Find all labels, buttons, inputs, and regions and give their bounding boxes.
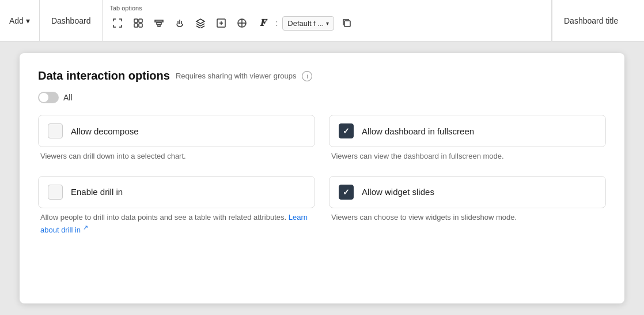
hand-icon[interactable] xyxy=(172,15,188,31)
font-dropdown-label: Default f ... xyxy=(287,19,324,28)
option-label-enable-drill-in: Enable drill in xyxy=(71,187,123,197)
option-allow-widget-slides: ✓ Allow widget slides Viewers can choose… xyxy=(329,176,606,245)
options-grid: Allow decompose Viewers can drill down i… xyxy=(38,115,606,250)
svg-rect-4 xyxy=(155,20,163,22)
svg-rect-1 xyxy=(139,19,142,22)
option-card-enable-drill-in[interactable]: Enable drill in xyxy=(38,176,315,208)
add-element-icon[interactable] xyxy=(130,15,146,31)
checkmark-fullscreen: ✓ xyxy=(343,127,350,135)
tab-options-section: Tab options xyxy=(103,0,552,41)
dashboard-tab-label: Dashboard xyxy=(51,16,91,25)
chevron-down-icon: ▾ xyxy=(326,20,329,27)
svg-rect-5 xyxy=(157,22,161,24)
svg-rect-3 xyxy=(139,24,142,27)
svg-rect-0 xyxy=(134,19,138,22)
option-allow-fullscreen: ✓ Allow dashboard in fullscreen Viewers … xyxy=(329,115,606,171)
option-enable-drill-in: Enable drill in Allow people to drill in… xyxy=(38,176,315,245)
option-label-allow-fullscreen: Allow dashboard in fullscreen xyxy=(362,126,474,136)
toolbar-icons: 𝐅 : Default f ... ▾ xyxy=(109,15,544,31)
font-dropdown[interactable]: Default f ... ▾ xyxy=(282,16,334,31)
svg-rect-8 xyxy=(344,21,350,27)
checkbox-enable-drill-in[interactable] xyxy=(48,185,63,200)
font-icon[interactable]: 𝐅 xyxy=(255,15,271,31)
info-icon[interactable]: i xyxy=(302,71,312,81)
option-desc-allow-widget-slides: Viewers can choose to view widgets in sl… xyxy=(329,212,606,223)
dashboard-title-area: Dashboard title xyxy=(552,0,644,41)
learn-about-drill-in-link[interactable]: Learn about drill in ↗ xyxy=(40,213,308,235)
add-label: Add xyxy=(9,16,24,25)
svg-rect-2 xyxy=(134,24,138,27)
data-interaction-panel: Data interaction options Requires sharin… xyxy=(20,53,624,303)
chevron-down-icon: ▾ xyxy=(26,16,30,25)
checkbox-allow-widget-slides[interactable]: ✓ xyxy=(339,185,354,200)
external-link-icon: ↗ xyxy=(83,224,88,231)
all-toggle-label: All xyxy=(63,93,73,102)
option-label-allow-decompose: Allow decompose xyxy=(71,126,139,136)
panel-title: Data interaction options xyxy=(38,69,170,82)
checkbox-allow-decompose[interactable] xyxy=(48,123,63,138)
layers-icon[interactable] xyxy=(192,15,209,31)
fit-to-screen-icon[interactable] xyxy=(109,15,126,31)
copy-icon[interactable] xyxy=(339,15,355,31)
option-card-allow-widget-slides[interactable]: ✓ Allow widget slides xyxy=(329,176,606,208)
resize-icon[interactable] xyxy=(213,15,229,31)
option-card-allow-decompose[interactable]: Allow decompose xyxy=(38,115,315,147)
color-icon[interactable] xyxy=(234,15,250,31)
panel-subtitle: Requires sharing with viewer groups xyxy=(176,72,297,80)
all-toggle: All xyxy=(38,92,606,103)
all-toggle-switch[interactable] xyxy=(38,92,59,103)
dashboard-tab[interactable]: Dashboard xyxy=(40,0,103,41)
option-desc-allow-fullscreen: Viewers can view the dashboard in fullsc… xyxy=(329,151,606,162)
option-allow-decompose: Allow decompose Viewers can drill down i… xyxy=(38,115,315,171)
svg-rect-6 xyxy=(158,25,160,27)
option-card-allow-fullscreen[interactable]: ✓ Allow dashboard in fullscreen xyxy=(329,115,606,147)
dashboard-title: Dashboard title xyxy=(564,16,618,25)
panel-header: Data interaction options Requires sharin… xyxy=(38,69,606,82)
top-bar: Add ▾ Dashboard Tab options xyxy=(0,0,644,42)
option-label-allow-widget-slides: Allow widget slides xyxy=(362,187,434,197)
add-button[interactable]: Add ▾ xyxy=(0,0,40,41)
filter-icon[interactable] xyxy=(151,15,167,31)
tab-options-label: Tab options xyxy=(109,2,544,12)
checkmark-widget-slides: ✓ xyxy=(343,188,350,196)
main-content: Data interaction options Requires sharin… xyxy=(0,42,644,315)
option-desc-allow-decompose: Viewers can drill down into a selected c… xyxy=(38,151,315,162)
option-desc-enable-drill-in: Allow people to drill into data points a… xyxy=(38,212,315,236)
checkbox-allow-fullscreen[interactable]: ✓ xyxy=(339,123,354,138)
